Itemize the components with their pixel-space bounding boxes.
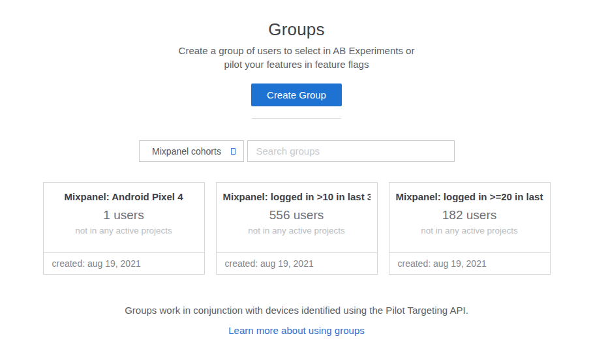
learn-more-link[interactable]: Learn more about using groups: [228, 325, 364, 336]
group-created-label: created: aug 19, 2021: [44, 252, 204, 274]
group-created-label: created: aug 19, 2021: [389, 252, 550, 274]
footer-link-row: Learn more about using groups: [0, 325, 593, 337]
group-card[interactable]: Mixpanel: logged in >10 in last 30 ... 5…: [216, 182, 378, 275]
group-card-body: Mixpanel: Android Pixel 4 1 users not in…: [44, 183, 204, 252]
group-status: not in any active projects: [396, 226, 543, 235]
group-card-body: Mixpanel: logged in >=20 in last 30... 1…: [389, 183, 550, 252]
group-users-count: 556 users: [223, 208, 371, 222]
group-cards-row: Mixpanel: Android Pixel 4 1 users not in…: [0, 182, 593, 275]
search-groups-input[interactable]: [247, 140, 455, 162]
group-card-body: Mixpanel: logged in >10 in last 30 ... 5…: [217, 183, 377, 252]
page-header: Groups Create a group of users to select…: [0, 0, 593, 71]
footer-info-text: Groups work in conjunction with devices …: [0, 305, 593, 316]
cohort-source-dropdown[interactable]: Mixpanel cohorts: [139, 140, 244, 162]
group-created-label: created: aug 19, 2021: [217, 252, 377, 274]
group-title: Mixpanel: logged in >=20 in last 30...: [396, 191, 543, 202]
group-title: Mixpanel: logged in >10 in last 30 ...: [223, 191, 371, 202]
group-title: Mixpanel: Android Pixel 4: [50, 191, 198, 202]
header-divider: [252, 118, 341, 119]
page-title: Groups: [0, 20, 593, 40]
dropdown-caret-icon: [231, 148, 236, 155]
group-status: not in any active projects: [50, 226, 198, 235]
group-status: not in any active projects: [223, 226, 371, 235]
page-subtitle: Create a group of users to select in AB …: [174, 44, 420, 71]
group-card[interactable]: Mixpanel: logged in >=20 in last 30... 1…: [389, 182, 551, 275]
create-group-row: Create Group: [0, 83, 593, 106]
create-group-button[interactable]: Create Group: [251, 83, 342, 106]
group-users-count: 182 users: [396, 208, 543, 222]
groups-page: Groups Create a group of users to select…: [0, 0, 593, 364]
filter-row: Mixpanel cohorts: [0, 140, 593, 162]
group-users-count: 1 users: [50, 208, 198, 222]
group-card[interactable]: Mixpanel: Android Pixel 4 1 users not in…: [43, 182, 205, 275]
cohort-source-value: Mixpanel cohorts: [152, 146, 230, 157]
